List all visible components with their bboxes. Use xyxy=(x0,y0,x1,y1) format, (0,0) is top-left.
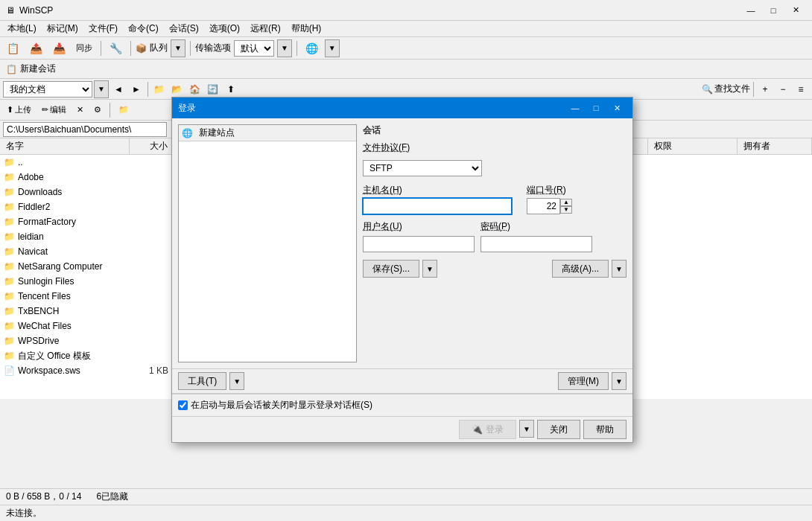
list-item[interactable]: 📁 leidian xyxy=(0,229,174,244)
edit-btn[interactable]: ✏ 编辑 xyxy=(38,101,70,119)
port-up-btn[interactable]: ▲ xyxy=(560,199,572,206)
dialog-minimize-btn[interactable]: — xyxy=(565,100,585,115)
folder-icon: 📁 xyxy=(3,305,15,317)
nav-right-btn[interactable]: ► xyxy=(128,81,145,98)
toolbar-sep-2 xyxy=(130,41,131,56)
close-button[interactable]: ✕ xyxy=(785,3,806,18)
title-bar-left: 🖥 WinSCP xyxy=(6,5,53,16)
help-button[interactable]: 帮助 xyxy=(583,420,627,439)
menu-options[interactable]: 选项(O) xyxy=(205,22,244,36)
list-item[interactable]: 📁 Adobe xyxy=(0,170,174,185)
right-nav-btn-1[interactable]: + xyxy=(757,81,773,98)
close-dialog-button[interactable]: 关闭 xyxy=(537,420,580,439)
save-button[interactable]: 保存(S)... xyxy=(363,260,419,278)
host-section: 主机名(H) xyxy=(363,184,512,214)
right-nav-btn-3[interactable]: ≡ xyxy=(793,81,809,98)
username-input[interactable] xyxy=(363,236,475,252)
minimize-button[interactable]: — xyxy=(740,3,761,18)
host-label: 主机名(H) xyxy=(363,184,512,196)
menu-command[interactable]: 命令(C) xyxy=(124,22,163,36)
menu-session[interactable]: 会话(S) xyxy=(165,22,203,36)
menu-file[interactable]: 文件(F) xyxy=(84,22,122,36)
folder-icon: 📁 xyxy=(3,246,15,258)
menu-remote[interactable]: 远程(R) xyxy=(246,22,285,36)
menu-help[interactable]: 帮助(H) xyxy=(287,22,326,36)
props-icon: ⚙ xyxy=(94,105,101,115)
internet-dropdown[interactable]: ▼ xyxy=(325,39,340,57)
advanced-dropdown-btn[interactable]: ▼ xyxy=(612,260,627,278)
properties-btn[interactable]: ⚙ xyxy=(90,101,105,119)
dialog-maximize-btn[interactable]: □ xyxy=(586,100,606,115)
file-name: Sunlogin Files xyxy=(18,276,171,287)
protocol-select[interactable]: SFTP FTP SCP WebDAV xyxy=(363,160,482,176)
menu-mark[interactable]: 标记(M) xyxy=(42,22,83,36)
internet-btn[interactable]: 🌐 xyxy=(302,39,322,57)
nav-refresh-btn[interactable]: 🔄 xyxy=(205,81,221,98)
dialog-close-btn[interactable]: ✕ xyxy=(607,100,627,115)
list-item[interactable]: 📁 WPSDrive xyxy=(0,333,174,348)
tools-manage-row: 工具(T) ▼ 管理(M) ▼ xyxy=(172,368,632,394)
right-col-owner[interactable]: 拥有者 xyxy=(738,138,812,154)
upload-btn[interactable]: ⬆ 上传 xyxy=(3,101,35,119)
list-item[interactable]: 📁 WeChat Files xyxy=(0,319,174,333)
right-nav-btn-2[interactable]: − xyxy=(775,81,791,98)
manage-dropdown-btn[interactable]: ▼ xyxy=(612,372,627,390)
transfer-dropdown[interactable]: ▼ xyxy=(277,39,292,57)
nav-home-btn[interactable]: 🏠 xyxy=(187,81,203,98)
save-dropdown-btn[interactable]: ▼ xyxy=(422,260,437,278)
my-docs-select[interactable]: 我的文档 xyxy=(3,81,92,98)
list-item[interactable]: 📁 Downloads xyxy=(0,185,174,199)
toolbar-icon-5: 🔧 xyxy=(110,42,122,54)
show-login-checkbox[interactable] xyxy=(178,400,188,410)
toolbar-btn-5[interactable]: 🔧 xyxy=(106,39,126,57)
app-title: WinSCP xyxy=(19,5,53,16)
list-item[interactable]: 📁 自定义 Office 模板 xyxy=(0,348,174,363)
queue-icon: 📦 xyxy=(136,43,147,54)
nav-upload-btn[interactable]: ⬆ xyxy=(223,81,239,98)
toolbar-btn-3[interactable]: 📥 xyxy=(49,39,69,57)
login-dropdown-btn[interactable]: ▼ xyxy=(519,420,534,438)
manage-button[interactable]: 管理(M) xyxy=(558,372,609,390)
queue-dropdown[interactable]: ▼ xyxy=(171,39,185,57)
folder-icon: 📁 xyxy=(3,171,15,183)
list-item[interactable]: 📁 TxBENCH xyxy=(0,304,174,319)
sec-toolbar-right: 🔍 查找文件 + − ≡ xyxy=(702,81,809,98)
list-item[interactable]: 📁 FormatFactory xyxy=(0,214,174,229)
list-item[interactable]: 📁 Fiddler2 xyxy=(0,199,174,214)
transfer-select[interactable]: 默认 xyxy=(234,40,274,57)
menu-local[interactable]: 本地(L) xyxy=(3,22,41,36)
nav-folder-btn-1[interactable]: 📁 xyxy=(151,81,168,98)
maximize-button[interactable]: □ xyxy=(763,3,784,18)
delete-btn[interactable]: ✕ xyxy=(73,101,87,119)
sync-button[interactable]: 同步 xyxy=(72,39,96,57)
file-name: .. xyxy=(18,157,171,167)
right-col-perm[interactable]: 权限 xyxy=(648,138,738,154)
list-item[interactable]: 📁 Sunlogin Files xyxy=(0,274,174,289)
col-size-header[interactable]: 大小 xyxy=(130,138,174,154)
status-bar: 未连接。 xyxy=(0,505,812,521)
new-folder-btn[interactable]: 📁 xyxy=(115,101,133,119)
new-session-label: 新建会话 xyxy=(20,63,56,75)
nav-left-btn[interactable]: ◄ xyxy=(110,81,127,98)
list-item[interactable]: 📄 Workspace.sws 1 KB xyxy=(0,363,174,378)
list-item[interactable]: 📁 Navicat xyxy=(0,244,174,259)
toolbar-btn-2[interactable]: 📤 xyxy=(26,39,46,57)
tools-button[interactable]: 工具(T) xyxy=(178,372,226,390)
advanced-button[interactable]: 高级(A)... xyxy=(552,260,609,278)
title-bar: 🖥 WinSCP — □ ✕ xyxy=(0,0,812,21)
address-input[interactable] xyxy=(3,122,167,137)
password-input[interactable] xyxy=(480,236,592,252)
list-item[interactable]: 📁 .. xyxy=(0,155,174,170)
toolbar-btn-1[interactable]: 📋 xyxy=(3,39,23,57)
host-input[interactable] xyxy=(363,198,512,214)
list-item[interactable]: 📁 Tencent Files xyxy=(0,289,174,304)
nav-folder-btn-2[interactable]: 📂 xyxy=(169,81,185,98)
my-docs-dropdown[interactable]: ▼ xyxy=(94,80,109,98)
port-down-btn[interactable]: ▼ xyxy=(560,206,572,214)
port-input[interactable] xyxy=(527,198,560,214)
tools-dropdown-btn[interactable]: ▼ xyxy=(229,372,244,390)
file-icon: 📄 xyxy=(3,365,15,377)
col-name-header[interactable]: 名字 xyxy=(0,138,130,154)
list-item[interactable]: 📁 NetSarang Computer xyxy=(0,259,174,274)
login-button-disabled: 🔌 登录 xyxy=(459,420,516,439)
